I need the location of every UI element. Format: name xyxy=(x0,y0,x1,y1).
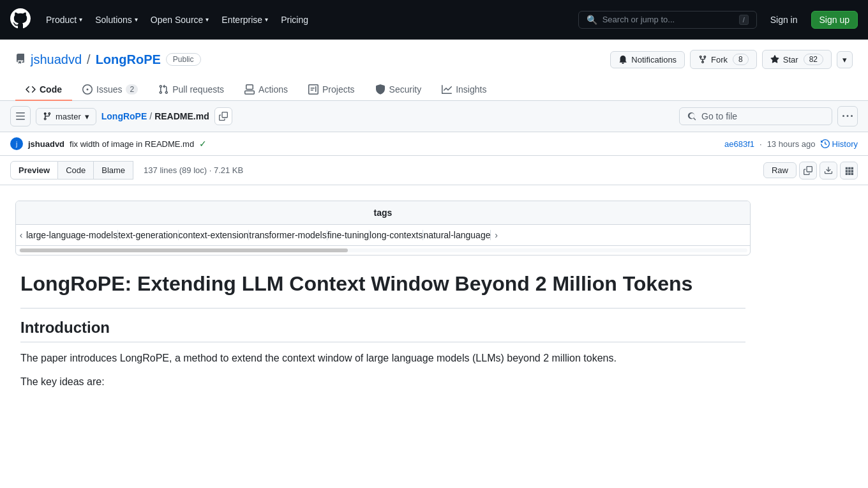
more-options-button[interactable] xyxy=(837,106,858,126)
goto-file-input[interactable]: Go to file xyxy=(679,107,832,125)
chevron-down-icon: ▾ xyxy=(842,55,847,65)
sign-up-button[interactable]: Sign up xyxy=(811,11,858,29)
tab-security[interactable]: Security xyxy=(365,79,432,101)
notifications-button[interactable]: Notifications xyxy=(610,51,685,68)
tag-long-contexts[interactable]: long-contexts xyxy=(369,230,423,240)
chevron-down-icon: ▾ xyxy=(79,16,82,23)
nav-solutions[interactable]: Solutions ▾ xyxy=(90,10,143,30)
tab-code[interactable]: Code xyxy=(58,161,94,179)
tab-blame[interactable]: Blame xyxy=(94,161,133,179)
readme-content: LongRoPE: Extending LLM Context Window B… xyxy=(15,271,751,390)
repo-separator: / xyxy=(87,52,91,67)
repo-icon xyxy=(15,54,26,66)
raw-button[interactable]: Raw xyxy=(763,162,797,178)
tags-header: tags xyxy=(16,201,750,225)
tab-actions[interactable]: Actions xyxy=(234,79,298,101)
tab-code[interactable]: Code xyxy=(15,79,72,101)
sidebar-toggle-button[interactable] xyxy=(10,106,31,126)
tag-transformer-models[interactable]: transformer-models xyxy=(248,230,326,240)
notifications-label: Notifications xyxy=(631,55,677,65)
readme-divider xyxy=(20,308,745,309)
breadcrumb: LongRoPE / README.md xyxy=(101,111,209,121)
search-box[interactable]: 🔍 Search or jump to... / xyxy=(578,11,757,29)
nav-open-source[interactable]: Open Source ▾ xyxy=(146,10,214,30)
readme-intro-p2: The key ideas are: xyxy=(20,374,745,390)
tags-table: tags ‹ large-language-models text-genera… xyxy=(15,201,751,255)
tag-text-generation[interactable]: text-generation xyxy=(117,230,177,240)
scroll-left-arrow[interactable]: ‹ xyxy=(16,225,26,245)
commit-hash[interactable]: ae683f1 xyxy=(724,139,754,149)
list-view-button[interactable] xyxy=(840,162,858,179)
history-button[interactable]: History xyxy=(821,139,858,149)
commit-dot-sep: · xyxy=(760,139,762,149)
search-icon: 🔍 xyxy=(587,15,597,25)
download-button[interactable] xyxy=(819,162,837,179)
tab-insights[interactable]: Insights xyxy=(431,79,497,101)
visibility-badge: Public xyxy=(166,53,201,66)
commit-message: fix width of image in README.md xyxy=(70,139,194,149)
tag-large-language-models[interactable]: large-language-models xyxy=(26,230,117,240)
commit-row: j jshuadvd fix width of image in README.… xyxy=(0,132,868,156)
repo-title-row: jshuadvd / LongRoPE Public Notifications… xyxy=(15,50,853,69)
scrollbar-track xyxy=(19,248,747,252)
tab-pull-requests[interactable]: Pull requests xyxy=(148,79,234,101)
chevron-down-icon: ▾ xyxy=(265,16,268,23)
repo-header: jshuadvd / LongRoPE Public Notifications… xyxy=(0,40,868,101)
copy-file-button[interactable] xyxy=(799,162,817,179)
breadcrumb-file: README.md xyxy=(154,111,209,121)
tags-scroll-area: large-language-models text-generation co… xyxy=(26,230,491,240)
main-nav: Product ▾ Solutions ▾ Open Source ▾ Ente… xyxy=(41,10,313,30)
tab-projects[interactable]: Projects xyxy=(298,79,365,101)
fork-label: Fork xyxy=(711,55,728,65)
repo-tabs: Code Issues 2 Pull requests Actions Proj… xyxy=(15,79,853,100)
site-header: Product ▾ Solutions ▾ Open Source ▾ Ente… xyxy=(0,0,868,40)
chevron-down-icon: ▾ xyxy=(206,16,209,23)
scroll-right-arrow[interactable]: › xyxy=(491,225,501,245)
nav-product[interactable]: Product ▾ xyxy=(41,10,87,30)
commit-meta: ae683f1 · 13 hours ago History xyxy=(724,139,858,149)
breadcrumb-separator: / xyxy=(149,111,152,121)
tab-preview[interactable]: Preview xyxy=(10,161,58,179)
copy-path-button[interactable] xyxy=(214,107,232,125)
search-shortcut: / xyxy=(739,15,749,25)
content-area: tags ‹ large-language-models text-genera… xyxy=(0,185,766,413)
scrollbar-thumb[interactable] xyxy=(20,248,348,252)
star-dropdown-button[interactable]: ▾ xyxy=(837,51,853,68)
header-right: 🔍 Search or jump to... / Sign in Sign up xyxy=(578,11,858,29)
file-toolbar: master ▾ LongRoPE / README.md Go to file xyxy=(0,101,868,132)
readme-title: LongRoPE: Extending LLM Context Window B… xyxy=(20,271,745,298)
chevron-down-icon: ▾ xyxy=(135,16,138,23)
commit-time: 13 hours ago xyxy=(767,139,816,149)
commit-status-icon: ✓ xyxy=(199,139,207,149)
chevron-down-icon: ▾ xyxy=(85,112,89,121)
github-logo[interactable] xyxy=(10,8,31,31)
repo-name[interactable]: LongRoPE xyxy=(96,52,161,67)
file-view-actions: Raw xyxy=(763,162,858,179)
readme-intro-p1: The paper introduces LongRoPE, a method … xyxy=(20,350,745,367)
fork-count: 8 xyxy=(733,54,749,65)
tag-context-extension[interactable]: context-extension xyxy=(178,230,249,240)
commit-author[interactable]: jshuadvd xyxy=(28,139,64,149)
nav-enterprise[interactable]: Enterprise ▾ xyxy=(216,10,273,30)
nav-pricing[interactable]: Pricing xyxy=(276,10,313,30)
fork-button[interactable]: Fork 8 xyxy=(690,50,757,69)
issues-count: 2 xyxy=(126,84,138,95)
tag-fine-tuning[interactable]: fine-tuning xyxy=(327,230,369,240)
file-view-tabs: Preview Code Blame 137 lines (89 loc) · … xyxy=(0,156,868,185)
repo-actions: Notifications Fork 8 Star 82 ▾ xyxy=(610,50,853,69)
star-label: Star xyxy=(783,55,798,65)
scroll-track xyxy=(16,245,750,255)
breadcrumb-repo-link[interactable]: LongRoPE xyxy=(101,111,147,121)
star-count: 82 xyxy=(804,54,823,65)
tag-natural-language[interactable]: natural-language xyxy=(423,230,491,240)
file-stats: 137 lines (89 loc) · 7.21 KB xyxy=(144,165,243,175)
branch-selector[interactable]: master ▾ xyxy=(36,108,96,125)
tab-issues[interactable]: Issues 2 xyxy=(72,79,148,101)
sign-in-button[interactable]: Sign in xyxy=(762,11,806,29)
star-button[interactable]: Star 82 xyxy=(762,50,832,69)
readme-intro-heading: Introduction xyxy=(20,319,745,342)
repo-owner[interactable]: jshuadvd xyxy=(31,52,82,67)
avatar: j xyxy=(10,137,23,150)
